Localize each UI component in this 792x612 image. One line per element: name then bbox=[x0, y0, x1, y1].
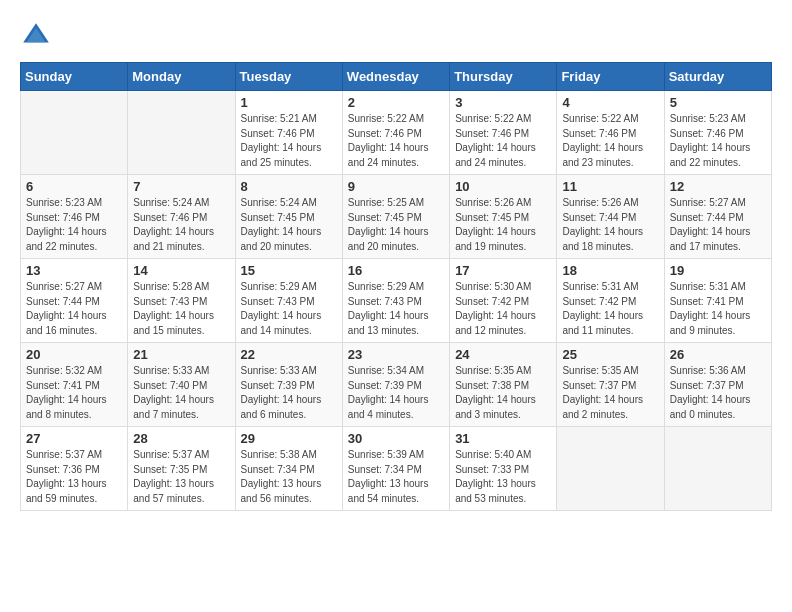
day-info: Sunrise: 5:30 AM Sunset: 7:42 PM Dayligh… bbox=[455, 280, 551, 338]
calendar-cell: 11Sunrise: 5:26 AM Sunset: 7:44 PM Dayli… bbox=[557, 175, 664, 259]
calendar-header-sunday: Sunday bbox=[21, 63, 128, 91]
day-number: 13 bbox=[26, 263, 122, 278]
calendar-cell: 10Sunrise: 5:26 AM Sunset: 7:45 PM Dayli… bbox=[450, 175, 557, 259]
calendar-cell: 26Sunrise: 5:36 AM Sunset: 7:37 PM Dayli… bbox=[664, 343, 771, 427]
page-header bbox=[20, 20, 772, 52]
day-number: 12 bbox=[670, 179, 766, 194]
day-info: Sunrise: 5:33 AM Sunset: 7:39 PM Dayligh… bbox=[241, 364, 337, 422]
day-number: 3 bbox=[455, 95, 551, 110]
calendar-cell: 6Sunrise: 5:23 AM Sunset: 7:46 PM Daylig… bbox=[21, 175, 128, 259]
calendar-cell: 4Sunrise: 5:22 AM Sunset: 7:46 PM Daylig… bbox=[557, 91, 664, 175]
day-info: Sunrise: 5:32 AM Sunset: 7:41 PM Dayligh… bbox=[26, 364, 122, 422]
calendar-cell: 28Sunrise: 5:37 AM Sunset: 7:35 PM Dayli… bbox=[128, 427, 235, 511]
day-info: Sunrise: 5:27 AM Sunset: 7:44 PM Dayligh… bbox=[670, 196, 766, 254]
calendar-cell: 22Sunrise: 5:33 AM Sunset: 7:39 PM Dayli… bbox=[235, 343, 342, 427]
calendar-cell: 5Sunrise: 5:23 AM Sunset: 7:46 PM Daylig… bbox=[664, 91, 771, 175]
day-number: 15 bbox=[241, 263, 337, 278]
logo bbox=[20, 20, 56, 52]
day-number: 25 bbox=[562, 347, 658, 362]
calendar-cell: 30Sunrise: 5:39 AM Sunset: 7:34 PM Dayli… bbox=[342, 427, 449, 511]
calendar-cell: 12Sunrise: 5:27 AM Sunset: 7:44 PM Dayli… bbox=[664, 175, 771, 259]
day-info: Sunrise: 5:26 AM Sunset: 7:44 PM Dayligh… bbox=[562, 196, 658, 254]
day-number: 19 bbox=[670, 263, 766, 278]
calendar-cell: 7Sunrise: 5:24 AM Sunset: 7:46 PM Daylig… bbox=[128, 175, 235, 259]
day-number: 17 bbox=[455, 263, 551, 278]
day-info: Sunrise: 5:25 AM Sunset: 7:45 PM Dayligh… bbox=[348, 196, 444, 254]
calendar-header-thursday: Thursday bbox=[450, 63, 557, 91]
calendar-cell: 24Sunrise: 5:35 AM Sunset: 7:38 PM Dayli… bbox=[450, 343, 557, 427]
day-number: 18 bbox=[562, 263, 658, 278]
calendar-header-friday: Friday bbox=[557, 63, 664, 91]
day-number: 14 bbox=[133, 263, 229, 278]
calendar-cell: 14Sunrise: 5:28 AM Sunset: 7:43 PM Dayli… bbox=[128, 259, 235, 343]
day-info: Sunrise: 5:24 AM Sunset: 7:46 PM Dayligh… bbox=[133, 196, 229, 254]
day-number: 11 bbox=[562, 179, 658, 194]
day-number: 29 bbox=[241, 431, 337, 446]
day-info: Sunrise: 5:27 AM Sunset: 7:44 PM Dayligh… bbox=[26, 280, 122, 338]
calendar-week-row: 1Sunrise: 5:21 AM Sunset: 7:46 PM Daylig… bbox=[21, 91, 772, 175]
calendar-header-monday: Monday bbox=[128, 63, 235, 91]
calendar-cell: 27Sunrise: 5:37 AM Sunset: 7:36 PM Dayli… bbox=[21, 427, 128, 511]
day-number: 6 bbox=[26, 179, 122, 194]
calendar-cell: 18Sunrise: 5:31 AM Sunset: 7:42 PM Dayli… bbox=[557, 259, 664, 343]
day-info: Sunrise: 5:36 AM Sunset: 7:37 PM Dayligh… bbox=[670, 364, 766, 422]
calendar-cell: 15Sunrise: 5:29 AM Sunset: 7:43 PM Dayli… bbox=[235, 259, 342, 343]
day-info: Sunrise: 5:22 AM Sunset: 7:46 PM Dayligh… bbox=[562, 112, 658, 170]
day-info: Sunrise: 5:22 AM Sunset: 7:46 PM Dayligh… bbox=[455, 112, 551, 170]
day-info: Sunrise: 5:37 AM Sunset: 7:35 PM Dayligh… bbox=[133, 448, 229, 506]
day-info: Sunrise: 5:34 AM Sunset: 7:39 PM Dayligh… bbox=[348, 364, 444, 422]
day-info: Sunrise: 5:38 AM Sunset: 7:34 PM Dayligh… bbox=[241, 448, 337, 506]
day-info: Sunrise: 5:31 AM Sunset: 7:41 PM Dayligh… bbox=[670, 280, 766, 338]
calendar-cell bbox=[128, 91, 235, 175]
calendar-week-row: 27Sunrise: 5:37 AM Sunset: 7:36 PM Dayli… bbox=[21, 427, 772, 511]
day-number: 2 bbox=[348, 95, 444, 110]
calendar-cell: 17Sunrise: 5:30 AM Sunset: 7:42 PM Dayli… bbox=[450, 259, 557, 343]
day-info: Sunrise: 5:31 AM Sunset: 7:42 PM Dayligh… bbox=[562, 280, 658, 338]
day-info: Sunrise: 5:40 AM Sunset: 7:33 PM Dayligh… bbox=[455, 448, 551, 506]
day-number: 27 bbox=[26, 431, 122, 446]
day-number: 31 bbox=[455, 431, 551, 446]
day-number: 24 bbox=[455, 347, 551, 362]
calendar-cell: 20Sunrise: 5:32 AM Sunset: 7:41 PM Dayli… bbox=[21, 343, 128, 427]
day-number: 9 bbox=[348, 179, 444, 194]
calendar-cell: 9Sunrise: 5:25 AM Sunset: 7:45 PM Daylig… bbox=[342, 175, 449, 259]
calendar-cell bbox=[21, 91, 128, 175]
calendar-header-tuesday: Tuesday bbox=[235, 63, 342, 91]
day-info: Sunrise: 5:23 AM Sunset: 7:46 PM Dayligh… bbox=[26, 196, 122, 254]
day-number: 1 bbox=[241, 95, 337, 110]
calendar-cell: 3Sunrise: 5:22 AM Sunset: 7:46 PM Daylig… bbox=[450, 91, 557, 175]
calendar-week-row: 20Sunrise: 5:32 AM Sunset: 7:41 PM Dayli… bbox=[21, 343, 772, 427]
calendar-table: SundayMondayTuesdayWednesdayThursdayFrid… bbox=[20, 62, 772, 511]
day-info: Sunrise: 5:23 AM Sunset: 7:46 PM Dayligh… bbox=[670, 112, 766, 170]
calendar-cell: 13Sunrise: 5:27 AM Sunset: 7:44 PM Dayli… bbox=[21, 259, 128, 343]
calendar-cell bbox=[664, 427, 771, 511]
day-number: 16 bbox=[348, 263, 444, 278]
day-info: Sunrise: 5:35 AM Sunset: 7:38 PM Dayligh… bbox=[455, 364, 551, 422]
day-info: Sunrise: 5:39 AM Sunset: 7:34 PM Dayligh… bbox=[348, 448, 444, 506]
day-info: Sunrise: 5:22 AM Sunset: 7:46 PM Dayligh… bbox=[348, 112, 444, 170]
calendar-cell: 2Sunrise: 5:22 AM Sunset: 7:46 PM Daylig… bbox=[342, 91, 449, 175]
day-info: Sunrise: 5:29 AM Sunset: 7:43 PM Dayligh… bbox=[241, 280, 337, 338]
calendar-header-row: SundayMondayTuesdayWednesdayThursdayFrid… bbox=[21, 63, 772, 91]
calendar-cell: 25Sunrise: 5:35 AM Sunset: 7:37 PM Dayli… bbox=[557, 343, 664, 427]
day-number: 28 bbox=[133, 431, 229, 446]
day-number: 20 bbox=[26, 347, 122, 362]
day-number: 22 bbox=[241, 347, 337, 362]
day-info: Sunrise: 5:33 AM Sunset: 7:40 PM Dayligh… bbox=[133, 364, 229, 422]
calendar-cell: 8Sunrise: 5:24 AM Sunset: 7:45 PM Daylig… bbox=[235, 175, 342, 259]
logo-icon bbox=[20, 20, 52, 52]
calendar-header-wednesday: Wednesday bbox=[342, 63, 449, 91]
day-number: 4 bbox=[562, 95, 658, 110]
day-number: 26 bbox=[670, 347, 766, 362]
day-number: 21 bbox=[133, 347, 229, 362]
day-info: Sunrise: 5:26 AM Sunset: 7:45 PM Dayligh… bbox=[455, 196, 551, 254]
day-number: 23 bbox=[348, 347, 444, 362]
day-number: 5 bbox=[670, 95, 766, 110]
calendar-cell: 16Sunrise: 5:29 AM Sunset: 7:43 PM Dayli… bbox=[342, 259, 449, 343]
calendar-cell: 1Sunrise: 5:21 AM Sunset: 7:46 PM Daylig… bbox=[235, 91, 342, 175]
calendar-week-row: 13Sunrise: 5:27 AM Sunset: 7:44 PM Dayli… bbox=[21, 259, 772, 343]
day-number: 8 bbox=[241, 179, 337, 194]
calendar-cell: 19Sunrise: 5:31 AM Sunset: 7:41 PM Dayli… bbox=[664, 259, 771, 343]
calendar-cell bbox=[557, 427, 664, 511]
day-number: 30 bbox=[348, 431, 444, 446]
